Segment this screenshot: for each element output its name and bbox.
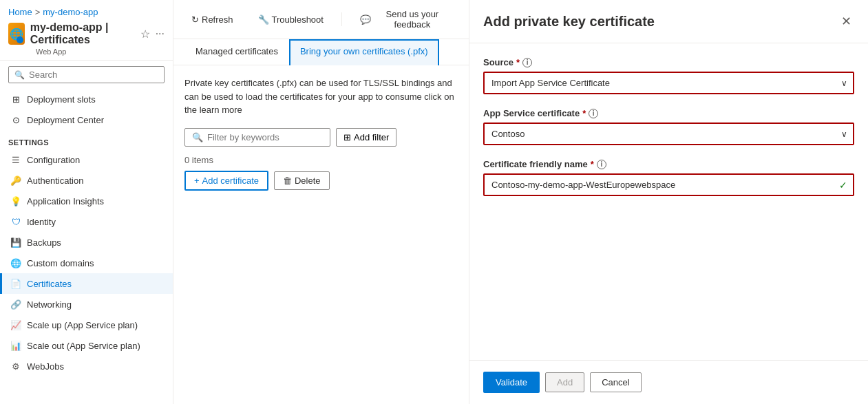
app-service-cert-label-text: App Service certificate bbox=[483, 108, 580, 118]
nav-label-identity: Identity bbox=[27, 217, 56, 227]
filter-funnel-icon: ⊞ bbox=[343, 132, 351, 142]
nav-item-scale-up[interactable]: 📈 Scale up (App Service plan) bbox=[0, 315, 173, 335]
toolbar: ↻ Refresh 🔧 Troubleshoot 💬 Send us your … bbox=[173, 0, 469, 39]
app-service-cert-label: App Service certificate * i bbox=[483, 108, 854, 118]
cancel-button[interactable]: Cancel bbox=[590, 372, 641, 392]
panel-title: Add private key certificate bbox=[483, 14, 655, 30]
nav-label-scale-up: Scale up (App Service plan) bbox=[27, 320, 138, 330]
delete-icon: 🗑 bbox=[283, 176, 292, 186]
search-input[interactable] bbox=[29, 70, 158, 80]
app-service-cert-required: * bbox=[582, 108, 586, 118]
source-select-wrapper: Import App Service Certificate Upload Ce… bbox=[483, 72, 854, 94]
search-icon: 🔍 bbox=[14, 70, 25, 80]
delete-button[interactable]: 🗑 Delete bbox=[274, 171, 330, 190]
breadcrumb-home[interactable]: Home bbox=[8, 7, 32, 17]
nav-item-authentication[interactable]: 🔑 Authentication bbox=[0, 170, 173, 191]
breadcrumb-app[interactable]: my-demo-app bbox=[43, 7, 98, 17]
nav-label-networking: Networking bbox=[27, 299, 72, 310]
add-certificate-button[interactable]: + Add certificate bbox=[184, 171, 268, 191]
app-subtitle: Web App bbox=[36, 47, 165, 56]
content-description: Private key certificates (.pfx) can be u… bbox=[184, 76, 458, 117]
panel-body: Source * i Import App Service Certificat… bbox=[469, 43, 868, 360]
star-icon[interactable]: ☆ bbox=[140, 28, 150, 41]
filter-icon: 🔍 bbox=[192, 132, 203, 142]
authentication-icon: 🔑 bbox=[10, 175, 21, 186]
panel-close-button[interactable]: ✕ bbox=[838, 11, 854, 32]
tabs: Managed certificates Bring your own cert… bbox=[173, 39, 469, 65]
action-row: + Add certificate 🗑 Delete bbox=[184, 171, 458, 191]
nav-item-custom-domains[interactable]: 🌐 Custom domains bbox=[0, 253, 173, 273]
scale-out-icon: 📊 bbox=[10, 340, 21, 351]
troubleshoot-label: Troubleshoot bbox=[272, 14, 324, 25]
nav-item-configuration[interactable]: ☰ Configuration bbox=[0, 149, 173, 170]
filter-input-wrapper[interactable]: 🔍 bbox=[184, 128, 330, 147]
add-icon: + bbox=[194, 176, 200, 186]
app-service-cert-select[interactable]: Contoso bbox=[483, 123, 854, 145]
tab-own-certificates[interactable]: Bring your own certificates (.pfx) bbox=[289, 39, 439, 65]
sidebar: Home > my-demo-app 🌐 my-demo-app | Certi… bbox=[0, 0, 173, 404]
nav-item-webjobs[interactable]: ⚙ WebJobs bbox=[0, 356, 173, 376]
settings-section-header: Settings bbox=[0, 130, 173, 149]
nav-label-backups: Backups bbox=[27, 237, 61, 248]
feedback-icon: 💬 bbox=[360, 14, 371, 25]
more-icon[interactable]: ··· bbox=[156, 28, 165, 40]
sidebar-header: Home > my-demo-app 🌐 my-demo-app | Certi… bbox=[0, 0, 173, 61]
application-insights-icon: 💡 bbox=[10, 195, 21, 206]
app-title-row: 🌐 my-demo-app | Certificates ☆ ··· bbox=[8, 21, 165, 46]
nav-item-deployment-slots[interactable]: ⊞ Deployment slots bbox=[0, 89, 173, 109]
delete-label: Delete bbox=[295, 176, 321, 186]
friendly-name-info-icon[interactable]: i bbox=[597, 160, 606, 169]
nav-item-networking[interactable]: 🔗 Networking bbox=[0, 294, 173, 315]
breadcrumb-separator: > bbox=[35, 7, 41, 17]
tab-managed-certificates[interactable]: Managed certificates bbox=[184, 39, 289, 65]
nav-item-identity[interactable]: 🛡 Identity bbox=[0, 211, 173, 232]
webjobs-icon: ⚙ bbox=[10, 361, 21, 372]
troubleshoot-icon: 🔧 bbox=[258, 14, 269, 25]
validate-button[interactable]: Validate bbox=[483, 372, 540, 393]
add-button: Add bbox=[545, 372, 584, 392]
friendly-name-required: * bbox=[591, 159, 594, 169]
friendly-name-wrapper: ✓ bbox=[483, 173, 854, 196]
identity-icon: 🛡 bbox=[10, 216, 21, 227]
backups-icon: 💾 bbox=[10, 237, 21, 248]
nav-item-certificates[interactable]: 📄 Certificates bbox=[0, 273, 173, 294]
filter-row: 🔍 ⊞ Add filter bbox=[184, 128, 458, 147]
networking-icon: 🔗 bbox=[10, 299, 21, 310]
certificates-icon: 📄 bbox=[10, 278, 21, 289]
nav-item-deployment-center[interactable]: ⊙ Deployment Center bbox=[0, 109, 173, 130]
nav-label-configuration: Configuration bbox=[27, 155, 80, 165]
source-select[interactable]: Import App Service Certificate Upload Ce… bbox=[483, 72, 854, 94]
nav-label-deployment-center: Deployment Center bbox=[27, 115, 104, 125]
refresh-icon: ↻ bbox=[191, 14, 199, 25]
main-content: ↻ Refresh 🔧 Troubleshoot 💬 Send us your … bbox=[173, 0, 469, 404]
nav-item-scale-out[interactable]: 📊 Scale out (App Service plan) bbox=[0, 335, 173, 356]
add-filter-label: Add filter bbox=[354, 132, 389, 142]
panel-footer: Validate Add Cancel bbox=[469, 360, 868, 404]
feedback-button[interactable]: 💬 Send us your feedback bbox=[353, 6, 458, 33]
source-label: Source * i bbox=[483, 57, 854, 67]
source-required: * bbox=[516, 57, 520, 67]
search-box[interactable]: 🔍 bbox=[8, 66, 165, 83]
refresh-button[interactable]: ↻ Refresh bbox=[184, 11, 240, 28]
nav-item-application-insights[interactable]: 💡 Application Insights bbox=[0, 191, 173, 211]
refresh-label: Refresh bbox=[202, 14, 233, 25]
source-info-icon[interactable]: i bbox=[522, 58, 532, 67]
friendly-name-form-group: Certificate friendly name * i ✓ bbox=[483, 159, 854, 196]
troubleshoot-button[interactable]: 🔧 Troubleshoot bbox=[251, 11, 330, 28]
deployment-center-icon: ⊙ bbox=[10, 114, 21, 125]
configuration-icon: ☰ bbox=[10, 154, 21, 165]
friendly-name-check-icon: ✓ bbox=[839, 180, 847, 191]
feedback-label: Send us your feedback bbox=[374, 9, 451, 30]
friendly-name-input[interactable] bbox=[483, 173, 854, 196]
content-area: Private key certificates (.pfx) can be u… bbox=[173, 65, 469, 404]
filter-input[interactable] bbox=[207, 132, 323, 142]
nav-item-backups[interactable]: 💾 Backups bbox=[0, 232, 173, 253]
deployment-slots-icon: ⊞ bbox=[10, 94, 21, 105]
app-service-cert-info-icon[interactable]: i bbox=[589, 109, 598, 118]
panel-header: Add private key certificate ✕ bbox=[469, 0, 868, 43]
app-service-cert-select-wrapper: Contoso ∨ bbox=[483, 123, 854, 145]
app-service-cert-form-group: App Service certificate * i Contoso ∨ bbox=[483, 108, 854, 145]
nav-label-deployment-slots: Deployment slots bbox=[27, 94, 96, 105]
add-filter-button[interactable]: ⊞ Add filter bbox=[336, 128, 396, 147]
nav-label-custom-domains: Custom domains bbox=[27, 258, 94, 268]
